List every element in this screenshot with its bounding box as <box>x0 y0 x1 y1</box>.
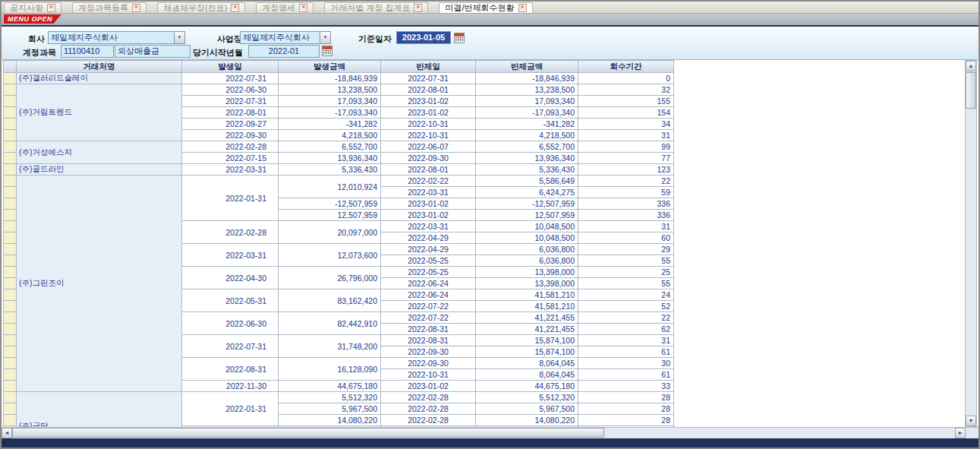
occurrence-amount-cell[interactable]: 12,010,924 <box>279 175 381 198</box>
settlement-date-cell[interactable]: 2022-08-31 <box>381 324 476 335</box>
vertical-scrollbar[interactable]: ▲ ▼ <box>965 60 977 427</box>
customer-cell[interactable]: (주)금담 <box>17 392 182 428</box>
row-selector-cell[interactable] <box>4 107 17 119</box>
collection-period-cell[interactable]: 52 <box>578 301 674 312</box>
settlement-amount-cell[interactable]: 15,874,100 <box>476 335 578 346</box>
collection-period-cell[interactable]: 28 <box>578 392 674 403</box>
settlement-amount-cell[interactable]: 8,064,045 <box>476 369 578 381</box>
collection-period-cell[interactable]: 123 <box>578 164 674 175</box>
occurrence-amount-cell[interactable]: 16,128,090 <box>279 358 381 381</box>
row-selector-cell[interactable] <box>4 221 17 232</box>
collection-period-cell[interactable]: 29 <box>578 244 674 255</box>
collection-period-cell[interactable]: 24 <box>578 289 674 301</box>
settlement-date-cell[interactable]: 2022-10-31 <box>381 369 476 381</box>
settlement-date-cell[interactable]: 2022-02-22 <box>381 175 476 187</box>
settlement-date-cell[interactable]: 2022-06-24 <box>381 289 476 301</box>
collection-period-cell[interactable]: 33 <box>578 381 674 392</box>
settlement-date-cell[interactable]: 2022-02-28 <box>381 415 476 426</box>
collection-period-cell[interactable]: 31 <box>578 130 674 141</box>
row-selector-cell[interactable] <box>4 301 17 312</box>
grid-row[interactable]: (주)거성에스지2022-02-286,552,7002022-06-076,5… <box>4 141 674 153</box>
row-selector-cell[interactable] <box>4 141 17 153</box>
settlement-date-cell[interactable]: 2023-01-02 <box>381 107 476 119</box>
collection-period-cell[interactable]: 0 <box>578 73 674 84</box>
settlement-date-cell[interactable]: 2022-06-24 <box>381 278 476 289</box>
occurrence-date-cell[interactable]: 2022-07-15 <box>182 153 279 164</box>
occurrence-date-cell[interactable]: 2022-06-30 <box>182 312 279 335</box>
row-selector-cell[interactable] <box>4 324 17 335</box>
settlement-amount-cell[interactable]: 4,218,500 <box>476 130 578 141</box>
row-selector-cell[interactable] <box>4 119 17 130</box>
settlement-date-cell[interactable]: 2023-01-02 <box>381 381 476 392</box>
row-selector-cell[interactable] <box>4 346 17 358</box>
settlement-amount-cell[interactable]: 41,581,210 <box>476 289 578 301</box>
occurrence-amount-cell[interactable]: -341,282 <box>279 119 381 130</box>
settlement-amount-cell[interactable]: -17,093,340 <box>476 107 578 119</box>
settlement-date-cell[interactable]: 2022-07-22 <box>381 301 476 312</box>
tab-close-icon[interactable]: × <box>518 4 527 12</box>
tab-item-0[interactable]: 공지사항× <box>4 2 61 13</box>
occurrence-amount-cell[interactable]: 5,967,500 <box>279 403 381 415</box>
settlement-date-cell[interactable]: 2022-04-29 <box>381 232 476 244</box>
row-selector-cell[interactable] <box>4 312 17 324</box>
occurrence-amount-cell[interactable]: 14,080,220 <box>279 415 381 426</box>
settlement-amount-cell[interactable]: 6,552,700 <box>476 141 578 153</box>
occurrence-date-cell[interactable]: 2022-09-30 <box>182 130 279 141</box>
occurrence-amount-cell[interactable]: 20,097,000 <box>279 221 381 244</box>
collection-period-cell[interactable]: 32 <box>578 84 674 96</box>
collection-period-cell[interactable]: 34 <box>578 119 674 130</box>
collection-period-cell[interactable]: 22 <box>578 175 674 187</box>
occurrence-amount-cell[interactable]: 13,936,340 <box>279 153 381 164</box>
collection-period-cell[interactable]: 62 <box>578 324 674 335</box>
settlement-amount-cell[interactable]: -341,282 <box>476 119 578 130</box>
settlement-amount-cell[interactable]: 13,936,340 <box>476 153 578 164</box>
settlement-amount-cell[interactable]: 13,398,000 <box>476 278 578 289</box>
occurrence-date-cell[interactable]: 2022-03-31 <box>182 244 279 267</box>
tab-item-3[interactable]: 계정명세× <box>256 2 314 13</box>
menu-open-button[interactable]: MENU OPEN <box>4 14 61 24</box>
row-selector-cell[interactable] <box>4 335 17 346</box>
collection-period-cell[interactable]: 155 <box>578 96 674 107</box>
customer-cell[interactable]: (주)갤러리드슬레이 <box>17 73 182 84</box>
start-month-input[interactable]: 2022-01 <box>248 45 320 58</box>
vertical-scroll-thumb[interactable] <box>966 72 976 109</box>
occurrence-amount-cell[interactable]: 83,162,420 <box>279 289 381 312</box>
collection-period-cell[interactable]: 28 <box>578 403 674 415</box>
occurrence-amount-cell[interactable]: 26,796,000 <box>279 267 381 289</box>
scroll-down-icon[interactable]: ▼ <box>966 416 976 426</box>
account-code-input[interactable]: 11100410 <box>61 45 114 58</box>
tab-item-4[interactable]: 거래처별 계정 집계표× <box>324 2 428 13</box>
site-dropdown-arrow-icon[interactable]: ▼ <box>320 31 331 44</box>
collection-period-cell[interactable]: 22 <box>578 312 674 324</box>
settlement-date-cell[interactable]: 2022-05-25 <box>381 267 476 278</box>
row-selector-cell[interactable] <box>4 255 17 267</box>
settlement-amount-cell[interactable]: 8,064,045 <box>476 358 578 369</box>
settlement-amount-cell[interactable]: 13,398,000 <box>476 267 578 278</box>
settlement-amount-cell[interactable]: 10,048,500 <box>476 232 578 244</box>
occurrence-amount-cell[interactable]: 31,748,200 <box>279 335 381 358</box>
settlement-amount-cell[interactable]: 12,507,959 <box>476 210 578 221</box>
occurrence-date-cell[interactable]: 2022-05-31 <box>182 289 279 312</box>
settlement-date-cell[interactable]: 2022-03-31 <box>381 221 476 232</box>
collection-period-cell[interactable]: 31 <box>578 221 674 232</box>
occurrence-date-cell[interactable]: 2022-02-28 <box>182 141 279 153</box>
settlement-date-cell[interactable]: 2022-02-28 <box>381 403 476 415</box>
tab-item-1[interactable]: 계정과목등록× <box>72 2 147 13</box>
occurrence-amount-cell[interactable]: 5,512,320 <box>279 392 381 403</box>
occurrence-date-cell[interactable]: 2022-04-30 <box>182 267 279 289</box>
start-month-calendar-icon[interactable] <box>322 46 332 56</box>
row-selector-cell[interactable] <box>4 369 17 381</box>
occurrence-date-cell[interactable]: 2022-01-31 <box>182 175 279 221</box>
collection-period-cell[interactable]: 28 <box>578 415 674 426</box>
settlement-date-cell[interactable]: 2023-01-02 <box>381 96 476 107</box>
settlement-amount-cell[interactable]: -18,846,939 <box>476 73 578 84</box>
grid-row[interactable]: (주)거림트렌드2022-06-3013,238,5002022-08-0113… <box>4 84 674 96</box>
collection-period-cell[interactable]: 31 <box>578 335 674 346</box>
occurrence-date-cell[interactable]: 2022-08-31 <box>182 358 279 381</box>
tab-close-icon[interactable]: × <box>231 4 239 12</box>
row-selector-cell[interactable] <box>4 403 17 415</box>
tab-close-icon[interactable]: × <box>414 4 422 12</box>
horizontal-scroll-thumb[interactable] <box>12 428 604 438</box>
settlement-date-cell[interactable]: 2022-06-07 <box>381 141 476 153</box>
grid-row[interactable]: (주)골드라인2022-03-315,336,4302022-08-015,33… <box>4 164 674 175</box>
